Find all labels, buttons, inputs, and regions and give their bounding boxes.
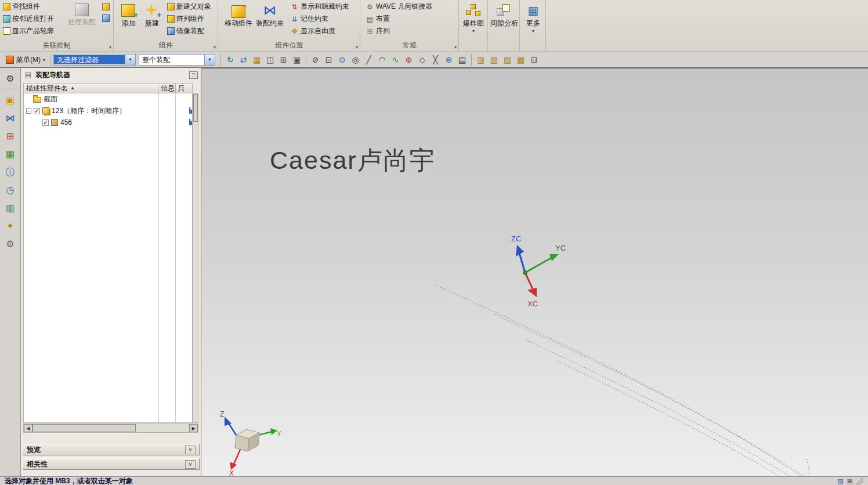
process-studio-icon[interactable]: ▥ [2, 201, 19, 215]
section-view-icon[interactable]: ▥ [475, 53, 487, 66]
checkbox-checked[interactable] [42, 120, 49, 126]
assembly-tree[interactable]: 截面 123（顺序：时间顺序） 456 [23, 93, 193, 423]
intersection-snap-icon[interactable]: ╳ [429, 53, 442, 66]
arrangements-button[interactable]: ▤ 布置 [364, 13, 436, 25]
expander-minus-icon[interactable] [26, 108, 31, 114]
constraint-navigator-icon[interactable]: ⋈ [2, 111, 19, 125]
tree-row-123[interactable]: 123（顺序：时间顺序） [24, 105, 192, 117]
group-dropdown-icon[interactable]: ▾ [214, 45, 216, 50]
update-display-icon[interactable]: ↻ [224, 53, 236, 66]
exploded-view-button[interactable]: 爆炸图 ▾ [462, 2, 485, 34]
wcs-xc-label: XC [527, 299, 538, 308]
tree-row-label: 截面 [44, 95, 57, 104]
combo-dropdown-icon[interactable]: ▾ [204, 55, 215, 65]
web-browser-icon[interactable]: ⓘ [2, 165, 19, 179]
resize-grip[interactable] [856, 477, 863, 484]
more-button[interactable]: ▦ 更多 ▾ [523, 2, 544, 34]
product-interface-icon[interactable] [102, 15, 110, 22]
point-on-face-icon[interactable]: ⊡ [323, 53, 335, 66]
arc-snap-icon[interactable]: ◠ [376, 53, 388, 66]
tree-column-header: 描述性部件名 ▲ 信息 只 [23, 83, 193, 93]
add-component-button[interactable]: + 添加 [118, 2, 140, 28]
status-window-icon[interactable]: ▣ [847, 477, 853, 485]
split-window-icon[interactable]: ◫ [264, 53, 276, 66]
selection-filter-combo[interactable]: 无选择过滤器 ▾ [53, 54, 136, 66]
circle-center-icon[interactable]: ◎ [349, 53, 361, 66]
separator [306, 54, 306, 66]
roles-icon[interactable]: ⚙ [2, 237, 19, 251]
clearance-analysis-button[interactable]: 间隙分析 [490, 2, 519, 28]
find-component-button[interactable]: 查找组件 [1, 1, 57, 13]
part-navigator-icon[interactable]: ⊞ [2, 129, 19, 143]
diamond-snap-icon[interactable]: ◇ [416, 53, 428, 66]
status-display-icon[interactable]: ▨ [837, 477, 843, 485]
spline-snap-icon[interactable]: ∿ [389, 53, 402, 66]
scrollbar-thumb[interactable] [32, 424, 136, 432]
expand-section-icon[interactable]: ˅ [185, 460, 196, 469]
group-dropdown-icon[interactable]: ▾ [454, 45, 457, 50]
horizontal-scrollbar[interactable]: ◀ ▶ [23, 424, 198, 433]
graphics-window[interactable]: Caesar卢尚宇 ZC YC XC Z [201, 68, 868, 476]
assembly-constraints-button[interactable]: ⋈ 装配约束 [255, 2, 285, 28]
scrollbar-thumb[interactable] [193, 94, 198, 122]
column-info[interactable]: 信息 [158, 84, 176, 93]
selection-scope-combo[interactable]: 整个装配 ▾ [139, 54, 215, 66]
work-layer-icon[interactable]: ▦ [251, 53, 263, 66]
panel-titlebar: ▤ 装配导航器 □ [21, 68, 201, 82]
show-product-outline-button[interactable]: 显示产品轮廓 [1, 25, 57, 37]
tree-row-sections[interactable]: 截面 [24, 93, 192, 105]
assembly-navigator-icon[interactable]: ▣ [2, 93, 19, 107]
shaded-view-icon[interactable]: ▧ [488, 53, 500, 66]
group-dropdown-icon[interactable]: ▾ [109, 45, 111, 50]
wireframe-view-icon[interactable]: ▨ [501, 53, 513, 66]
new-parent-button[interactable]: 新建父对象 [165, 1, 215, 13]
quadrant-snap-icon[interactable]: ⊕ [403, 53, 415, 66]
show-hide-constraints-button[interactable]: ⇅ 显示和隐藏约束 [288, 1, 353, 13]
open-by-proximity-button[interactable]: 按邻近度打开 [1, 13, 57, 25]
scroll-right-icon[interactable]: ▶ [189, 424, 198, 432]
vertical-scrollbar[interactable] [193, 93, 198, 423]
show-degrees-of-freedom-button[interactable]: ✥ 显示自由度 [288, 25, 353, 37]
group-dropdown-icon[interactable]: ▾ [356, 45, 358, 50]
tile-window-icon[interactable]: ⊞ [277, 53, 290, 66]
wcs-triad[interactable]: ZC YC XC [491, 231, 590, 312]
more-dropdown-icon[interactable]: ▾ [532, 28, 534, 34]
remember-constraints-button[interactable]: ⇊ 记住约束 [288, 13, 353, 25]
wave-geometry-linker-button[interactable]: ⚙ WAVE 几何链接器 [364, 1, 436, 13]
snapshot-icon[interactable]: ▣ [291, 53, 303, 66]
history-icon[interactable]: ◷ [2, 183, 19, 197]
preview-section-bar[interactable]: 预览 ˅ [23, 444, 200, 455]
mirror-assembly-button[interactable]: 镜像装配 [165, 25, 215, 37]
exploded-view-dropdown-icon[interactable]: ▾ [472, 28, 475, 34]
pattern-component-button[interactable]: 阵列组件 [165, 13, 215, 25]
checkbox-checked[interactable] [34, 108, 40, 114]
synchronize-icon[interactable]: ⇄ [237, 53, 249, 66]
process-assembly-button[interactable]: 处理装配 [64, 2, 100, 27]
combo-dropdown-icon[interactable]: ▾ [125, 55, 135, 65]
column-descriptive-part-name[interactable]: 描述性部件名 ▲ [24, 84, 158, 93]
scroll-left-icon[interactable]: ◀ [24, 424, 32, 432]
interpart-link-icon[interactable] [102, 3, 110, 10]
reuse-library-icon[interactable]: ▦ [2, 147, 19, 161]
ribbon-group-general: ⚙ WAVE 几何链接器 ▤ 布置 ⊞ 序列 常规 ▾ [361, 0, 459, 52]
dependencies-section-bar[interactable]: 相关性 ˅ [23, 458, 200, 470]
ribbon-group-component: + 添加 + 新建 新建父对象 阵列组件 镜像装配 [114, 0, 218, 52]
expand-section-icon[interactable]: ˅ [185, 446, 196, 454]
column-read-only[interactable]: 只 [176, 84, 192, 93]
no-snap-icon[interactable]: ⊘ [309, 53, 321, 66]
line-snap-icon[interactable]: ╱ [363, 53, 375, 66]
folder-icon [33, 97, 41, 103]
menu-button[interactable]: 菜单(M) ▾ [3, 54, 48, 66]
resource-bar-gear-icon[interactable]: ⚙ [2, 71, 19, 86]
new-component-button[interactable]: + 新建 [141, 2, 163, 28]
panel-float-button[interactable]: □ [189, 71, 198, 79]
sphere-point-icon[interactable]: ⊛ [443, 53, 455, 66]
center-point-icon[interactable]: ⊙ [336, 53, 348, 66]
move-component-button[interactable]: ↔ 移动组件 [223, 2, 254, 28]
grid-snap-icon[interactable]: ▤ [456, 53, 468, 66]
manage-icon[interactable]: ✦ [2, 219, 19, 233]
render-style-icon[interactable]: ▩ [515, 53, 527, 66]
tree-row-456[interactable]: 456 [24, 117, 192, 128]
sequence-button[interactable]: ⊞ 序列 [364, 25, 436, 37]
minimize-ribbon-icon[interactable]: ⊟ [528, 53, 540, 66]
